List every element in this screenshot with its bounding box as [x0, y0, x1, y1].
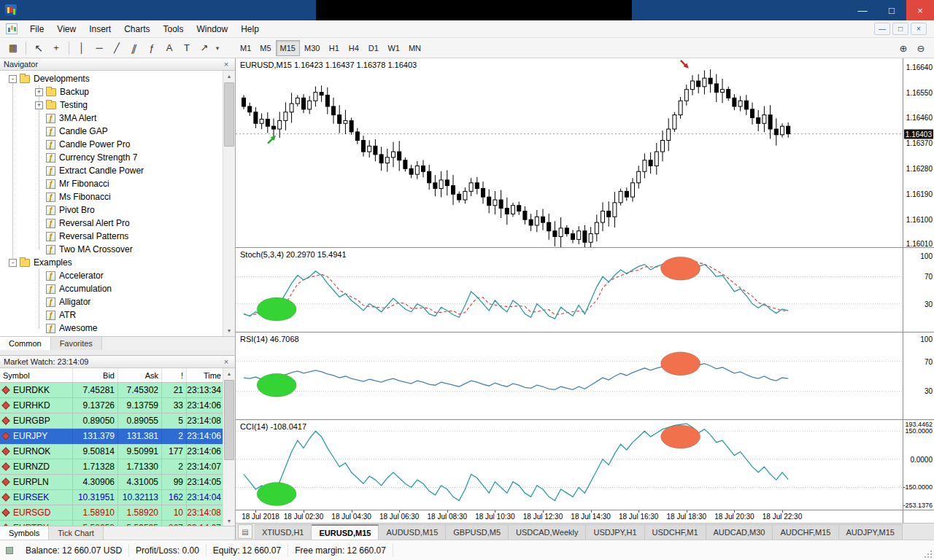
menu-insert[interactable]: Insert: [82, 20, 117, 37]
navigator-close-icon[interactable]: ×: [221, 60, 231, 69]
resize-grip[interactable]: [924, 550, 933, 559]
menu-window[interactable]: Window: [190, 20, 235, 37]
tree-item-mr-fibonacci[interactable]: ƒMr Fibonacci: [0, 177, 223, 190]
chart-tab-usdcad-weekly[interactable]: USDCAD,Weekly: [509, 524, 586, 540]
timeframe-mn[interactable]: MN: [404, 40, 425, 56]
timeframe-m5[interactable]: M5: [255, 40, 275, 56]
arrows-tool-icon[interactable]: ↗: [196, 40, 213, 56]
timeframe-m1[interactable]: M1: [236, 40, 255, 56]
channel-icon[interactable]: ∥: [123, 40, 145, 56]
navigator-scrollbar[interactable]: ▲ ▼: [223, 71, 235, 336]
column-header-ask[interactable]: Ask: [118, 368, 162, 382]
menu-view[interactable]: View: [50, 20, 82, 37]
zoom-out-icon[interactable]: ⊖: [912, 40, 930, 56]
menu-charts[interactable]: Charts: [117, 20, 156, 37]
tree-item-pivot-bro[interactable]: ƒPivot Bro: [0, 203, 223, 217]
minimize-button[interactable]: —: [848, 0, 877, 20]
candlestick-chart[interactable]: [236, 58, 903, 248]
chart-tab-xtiusd-h1[interactable]: XTIUSD,H1: [255, 524, 312, 540]
table-row-eursgd[interactable]: EURSGD1.589101.589201023:14:08: [0, 505, 223, 521]
rsi-pane[interactable]: RSI(14) 46.7068: [236, 332, 903, 420]
chart-tab-usdchf-m1[interactable]: USDCHF,M1: [645, 524, 706, 540]
crosshair-icon[interactable]: +: [47, 40, 65, 56]
pane-divider[interactable]: [236, 332, 934, 332]
table-row-eurdkk[interactable]: EURDKK7.452817.453022123:13:34: [0, 383, 223, 398]
pane-divider[interactable]: [236, 247, 934, 248]
dropdown-arrow-icon[interactable]: ▾: [213, 40, 222, 56]
timeframe-d1[interactable]: D1: [363, 40, 383, 56]
chart-tab-audcad-m30[interactable]: AUDCAD,M30: [706, 524, 773, 540]
column-header-time[interactable]: Time: [187, 368, 223, 382]
expander-icon[interactable]: -: [9, 259, 17, 267]
panel-splitter[interactable]: [0, 350, 236, 355]
scroll-down-icon[interactable]: ▼: [223, 516, 235, 526]
chart-window-icon[interactable]: [6, 23, 18, 34]
tree-item-two-ma-crossover[interactable]: ƒTwo MA Crossover: [0, 243, 223, 256]
stochastic-chart[interactable]: [236, 248, 903, 332]
table-row-eurpln[interactable]: EURPLN4.309064.310059923:14:05: [0, 475, 223, 490]
chart-list-icon[interactable]: ▤: [238, 524, 252, 539]
scroll-up-icon[interactable]: ▲: [223, 368, 235, 379]
new-chart-icon[interactable]: ▦: [4, 40, 22, 56]
chart-tab-usdjpy-h1[interactable]: USDJPY,H1: [586, 524, 644, 540]
tab-symbols[interactable]: Symbols: [0, 526, 49, 540]
menu-help[interactable]: Help: [234, 20, 266, 37]
market-watch-scrollbar[interactable]: ▲ ▼: [223, 368, 235, 526]
horizontal-line-icon[interactable]: ─: [90, 40, 108, 56]
cci-chart[interactable]: [236, 420, 903, 510]
menu-tools[interactable]: Tools: [157, 20, 190, 37]
tree-item-candle-gap[interactable]: ƒCandle GAP: [0, 125, 223, 138]
expander-icon[interactable]: -: [9, 75, 17, 83]
mdi-restore-button[interactable]: □: [892, 23, 908, 35]
pane-divider[interactable]: [236, 419, 934, 420]
tree-item-atr[interactable]: ƒATR: [0, 308, 223, 322]
tree-item-alligator[interactable]: ƒAlligator: [0, 295, 223, 308]
table-row-eurnzd[interactable]: EURNZD1.713281.71330223:14:07: [0, 459, 223, 475]
timeframe-w1[interactable]: W1: [383, 40, 404, 56]
tree-item-backup[interactable]: +Backup: [0, 85, 223, 98]
tree-item-awesome[interactable]: ƒAwesome: [0, 322, 223, 335]
tree-item-3ma-alert[interactable]: ƒ3MA Alert: [0, 112, 223, 125]
table-row-eurhkd[interactable]: EURHKD9.137269.137593323:14:06: [0, 398, 223, 413]
cci-pane[interactable]: CCI(14) -108.0417: [236, 420, 903, 510]
expander-icon[interactable]: +: [35, 88, 43, 96]
tree-item-testing[interactable]: +Testing: [0, 98, 223, 112]
fibonacci-icon[interactable]: ƒ: [143, 40, 161, 56]
table-row-eurnok[interactable]: EURNOK9.508149.5099117723:14:06: [0, 444, 223, 459]
table-row-eurjpy[interactable]: EURJPY131.379131.381223:14:06: [0, 429, 223, 444]
stochastic-pane[interactable]: Stoch(5,3,4) 20.2970 15.4941: [236, 248, 903, 332]
timeframe-m30[interactable]: M30: [300, 40, 324, 56]
price-chart-pane[interactable]: EURUSD,M15 1.16423 1.16437 1.16378 1.164…: [236, 58, 903, 248]
cursor-icon[interactable]: ↖: [30, 40, 47, 56]
mdi-close-button[interactable]: ×: [911, 23, 927, 35]
chart-tab-audchf-m15[interactable]: AUDCHF,M15: [773, 524, 838, 540]
maximize-button[interactable]: □: [877, 0, 906, 20]
chart-tab-audjpy-m15[interactable]: AUDJPY,M15: [839, 524, 903, 540]
tab-common[interactable]: Common: [0, 337, 51, 350]
table-row-eursek[interactable]: EURSEK10.3195110.3211316223:14:04: [0, 490, 223, 505]
timeframe-m15[interactable]: M15: [276, 40, 300, 56]
column-header-[interactable]: !: [162, 368, 187, 382]
expander-icon[interactable]: +: [35, 101, 43, 109]
scroll-thumb[interactable]: [224, 82, 234, 147]
rsi-chart[interactable]: [236, 332, 903, 420]
column-header-bid[interactable]: Bid: [73, 368, 118, 382]
tree-item-reversal-patterns[interactable]: ƒReversal Patterns: [0, 230, 223, 243]
scroll-up-icon[interactable]: ▲: [223, 71, 235, 82]
vertical-line-icon[interactable]: │: [73, 40, 90, 56]
tree-item-examples[interactable]: -Examples: [0, 256, 223, 269]
tree-item-accumulation[interactable]: ƒAccumulation: [0, 282, 223, 295]
zoom-in-icon[interactable]: ⊕: [895, 40, 912, 56]
tree-item-reversal-alert-pro[interactable]: ƒReversal Alert Pro: [0, 217, 223, 230]
mdi-minimize-button[interactable]: —: [874, 23, 890, 35]
tab-tick-chart[interactable]: Tick Chart: [49, 526, 104, 540]
tree-item-ms-fibonacci[interactable]: ƒMs Fibonacci: [0, 190, 223, 203]
text-icon[interactable]: A: [161, 40, 178, 56]
chart-tab-audusd-m15[interactable]: AUDUSD,M15: [379, 524, 446, 540]
menu-file[interactable]: File: [23, 20, 50, 37]
scroll-thumb[interactable]: [224, 380, 234, 460]
chart-tab-gbpusd-m5[interactable]: GBPUSD,M5: [446, 524, 509, 540]
timeframe-h1[interactable]: H1: [324, 40, 344, 56]
tree-item-accelerator[interactable]: ƒAccelerator: [0, 269, 223, 282]
table-row-eurgbp[interactable]: EURGBP0.890500.89055523:14:08: [0, 413, 223, 429]
